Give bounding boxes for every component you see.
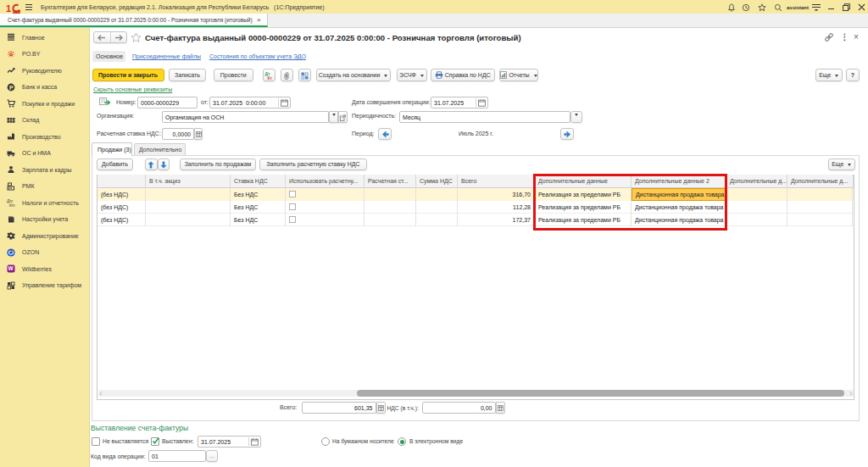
svg-text:P: P — [9, 84, 14, 90]
svg-text:Кт: Кт — [267, 75, 272, 79]
svg-text:W: W — [8, 265, 14, 271]
svg-text:1: 1 — [6, 3, 11, 14]
svg-text:Кт: Кт — [9, 203, 15, 208]
